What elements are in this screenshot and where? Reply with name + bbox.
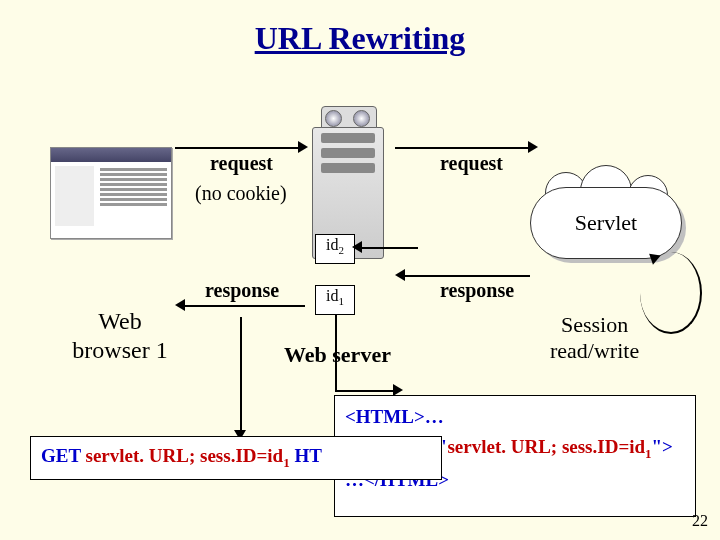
arrowhead — [528, 141, 538, 153]
arrow-to-html — [335, 315, 337, 390]
arrow-request-2 — [395, 147, 530, 149]
arrow-response-1 — [185, 305, 305, 307]
arrow-id2 — [358, 247, 418, 249]
page-number: 22 — [692, 512, 708, 530]
session-loop-arrow — [640, 252, 702, 334]
label-request-1: request — [210, 152, 273, 175]
label-response-1: response — [205, 279, 279, 302]
label-response-2: response — [440, 279, 514, 302]
arrow-to-html-h — [335, 390, 395, 392]
servlet-label: Servlet — [575, 210, 637, 236]
id2-box: id2 — [315, 234, 355, 264]
arrowhead — [395, 269, 405, 281]
arrow-to-get — [240, 317, 242, 432]
arrow-response-2 — [405, 275, 530, 277]
server-label: Web server — [284, 342, 391, 368]
arrow-request-1 — [175, 147, 300, 149]
session-label: Sessionread/write — [550, 312, 639, 365]
label-no-cookie: (no cookie) — [195, 182, 287, 205]
id1-box: id1 — [315, 285, 355, 315]
arrowhead — [175, 299, 185, 311]
arrowhead — [352, 241, 362, 253]
browser-label: Web browser 1 — [50, 307, 190, 365]
get-code-box: GET servlet. URL; sess.ID=id1 HT — [30, 436, 442, 480]
diagram-area: Web browser 1 request (no cookie) respon… — [0, 57, 720, 407]
page-title: URL Rewriting — [0, 0, 720, 57]
label-request-2: request — [440, 152, 503, 175]
browser-icon — [50, 147, 172, 239]
